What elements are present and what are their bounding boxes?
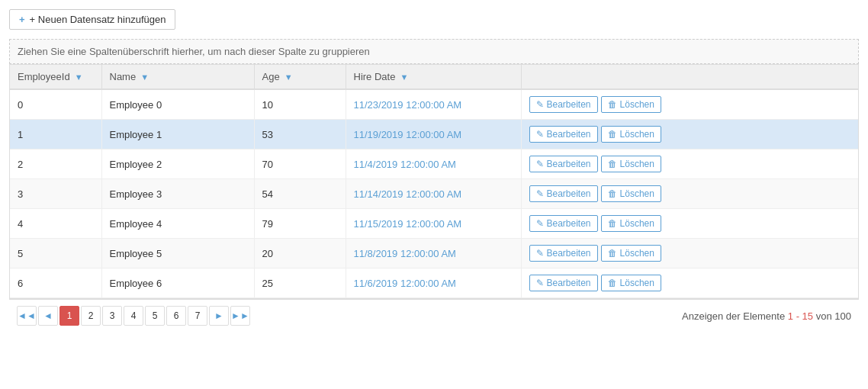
delete-label-5: Löschen [620,248,654,259]
col-header-name[interactable]: Name ▼ [101,65,254,89]
delete-label-0: Löschen [620,99,654,110]
cell-id-3: 3 [10,179,101,209]
filter-icon-employeeid[interactable]: ▼ [75,72,83,82]
pagination-right: Anzeigen der Elemente 1 - 15 von 100 [682,310,851,322]
delete-label-4: Löschen [620,218,654,229]
page-1-button[interactable]: 1 [59,306,79,326]
col-header-employeeid[interactable]: EmployeeId ▼ [10,65,101,89]
edit-label-6: Bearbeiten [547,278,591,288]
cell-name-4: Employee 4 [101,209,254,239]
trash-icon-6: 🗑 [608,278,617,288]
page-2-button[interactable]: 2 [81,306,101,326]
cell-id-0: 0 [10,89,101,120]
edit-button-6[interactable]: ✎ Bearbeiten [529,275,598,291]
pagination-range-text: Anzeigen der Elemente [682,310,785,322]
cell-hiredate-1: 11/19/2019 12:00:00 AM [346,120,521,149]
col-label-name: Name [110,71,137,82]
table-row: 6 Employee 6 25 11/6/2019 12:00:00 AM ✎ … [10,268,858,298]
col-label-age: Age [262,71,280,82]
edit-button-0[interactable]: ✎ Bearbeiten [529,96,598,113]
delete-label-6: Löschen [620,278,654,288]
edit-label-5: Bearbeiten [547,248,591,259]
edit-button-2[interactable]: ✎ Bearbeiten [529,156,598,172]
table-header-row: EmployeeId ▼ Name ▼ Age ▼ [10,65,858,89]
edit-button-5[interactable]: ✎ Bearbeiten [529,245,598,262]
cell-name-3: Employee 3 [101,179,254,209]
trash-icon-3: 🗑 [608,188,617,199]
page-last-button[interactable]: ►► [230,306,250,326]
delete-button-3[interactable]: 🗑 Löschen [601,185,661,202]
table-row: 3 Employee 3 54 11/14/2019 12:00:00 AM ✎… [10,179,858,209]
page-prev-button[interactable]: ◄ [38,306,58,326]
delete-button-0[interactable]: 🗑 Löschen [601,96,661,113]
cell-actions-1: ✎ Bearbeiten 🗑 Löschen [521,120,858,149]
edit-button-3[interactable]: ✎ Bearbeiten [529,185,598,202]
cell-age-0: 10 [254,89,346,120]
edit-label-3: Bearbeiten [547,188,591,199]
delete-button-1[interactable]: 🗑 Löschen [601,126,661,143]
cell-id-6: 6 [10,268,101,298]
page-next-button[interactable]: ► [209,306,229,326]
cell-actions-4: ✎ Bearbeiten 🗑 Löschen [521,209,858,239]
cell-actions-0: ✎ Bearbeiten 🗑 Löschen [521,89,858,120]
page-5-button[interactable]: 5 [145,306,165,326]
cell-age-6: 25 [254,268,346,298]
trash-icon-0: 🗑 [608,99,617,110]
cell-hiredate-4: 11/15/2019 12:00:00 AM [346,209,521,239]
add-record-button[interactable]: + + Neuen Datensatz hinzufügen [9,9,175,30]
page-6-button[interactable]: 6 [166,306,186,326]
group-hint-text: Ziehen Sie eine Spaltenüberschrift hierh… [18,46,370,57]
cell-name-2: Employee 2 [101,149,254,179]
edit-button-1[interactable]: ✎ Bearbeiten [529,126,598,143]
filter-icon-hiredate[interactable]: ▼ [400,72,408,82]
trash-icon-2: 🗑 [608,159,617,169]
main-container: + + Neuen Datensatz hinzufügen Ziehen Si… [0,0,868,341]
col-header-hiredate[interactable]: Hire Date ▼ [346,65,521,89]
cell-age-3: 54 [254,179,346,209]
delete-button-4[interactable]: 🗑 Löschen [601,215,661,232]
page-3-button[interactable]: 3 [102,306,122,326]
cell-actions-6: ✎ Bearbeiten 🗑 Löschen [521,268,858,298]
col-header-age[interactable]: Age ▼ [254,65,346,89]
page-7-button[interactable]: 7 [188,306,207,326]
edit-label-1: Bearbeiten [547,129,591,140]
cell-hiredate-0: 11/23/2019 12:00:00 AM [346,89,521,120]
cell-actions-5: ✎ Bearbeiten 🗑 Löschen [521,239,858,268]
edit-label-0: Bearbeiten [547,99,591,110]
filter-icon-age[interactable]: ▼ [285,72,293,82]
filter-icon-name[interactable]: ▼ [140,72,149,82]
table-row: 2 Employee 2 70 11/4/2019 12:00:00 AM ✎ … [10,149,858,179]
cell-age-4: 79 [254,209,346,239]
pencil-icon-3: ✎ [536,188,544,199]
plus-icon: + [19,14,25,25]
trash-icon-5: 🗑 [608,248,617,259]
cell-name-1: Employee 1 [101,120,254,149]
pencil-icon-5: ✎ [536,248,544,259]
trash-icon-1: 🗑 [608,129,617,140]
data-table-wrapper: EmployeeId ▼ Name ▼ Age ▼ [9,64,859,299]
pencil-icon-2: ✎ [536,159,544,169]
cell-name-5: Employee 5 [101,239,254,268]
cell-age-2: 70 [254,149,346,179]
cell-id-4: 4 [10,209,101,239]
group-hint-bar: Ziehen Sie eine Spaltenüberschrift hierh… [9,39,859,64]
cell-name-0: Employee 0 [101,89,254,120]
table-row: 1 Employee 1 53 11/19/2019 12:00:00 AM ✎… [10,120,858,149]
data-table: EmployeeId ▼ Name ▼ Age ▼ [10,65,858,298]
pagination-bar: ◄◄ ◄ 1 2 3 4 5 6 7 ► ►► Anzeigen der Ele… [9,299,859,332]
col-label-hiredate: Hire Date [354,71,396,82]
delete-button-6[interactable]: 🗑 Löschen [601,275,661,291]
cell-age-1: 53 [254,120,346,149]
page-4-button[interactable]: 4 [124,306,143,326]
edit-label-2: Bearbeiten [547,159,591,169]
cell-hiredate-5: 11/8/2019 12:00:00 AM [346,239,521,268]
table-body: 0 Employee 0 10 11/23/2019 12:00:00 AM ✎… [10,89,858,298]
cell-hiredate-2: 11/4/2019 12:00:00 AM [346,149,521,179]
edit-button-4[interactable]: ✎ Bearbeiten [529,215,598,232]
pencil-icon-0: ✎ [536,99,544,110]
table-row: 0 Employee 0 10 11/23/2019 12:00:00 AM ✎… [10,89,858,120]
table-row: 5 Employee 5 20 11/8/2019 12:00:00 AM ✎ … [10,239,858,268]
delete-button-2[interactable]: 🗑 Löschen [601,156,661,172]
page-first-button[interactable]: ◄◄ [17,306,37,326]
delete-button-5[interactable]: 🗑 Löschen [601,245,661,262]
